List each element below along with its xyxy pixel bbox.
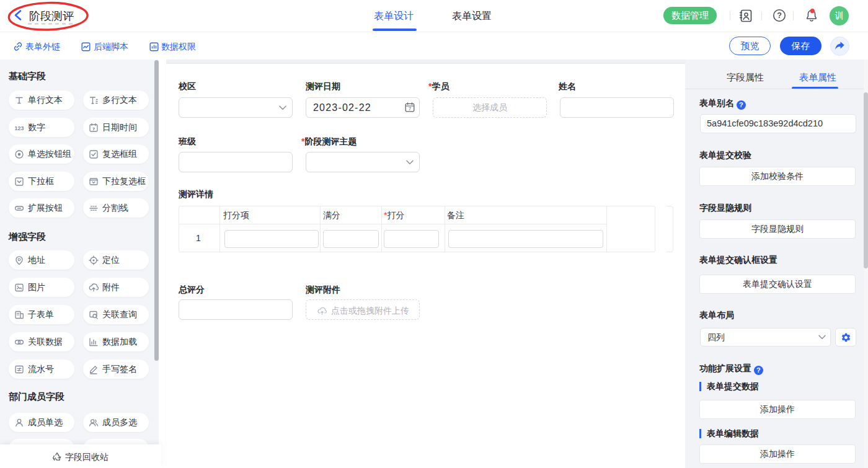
- svg-text:?: ?: [777, 11, 782, 20]
- svg-text:123: 123: [14, 125, 24, 131]
- svg-text:7: 7: [409, 106, 412, 112]
